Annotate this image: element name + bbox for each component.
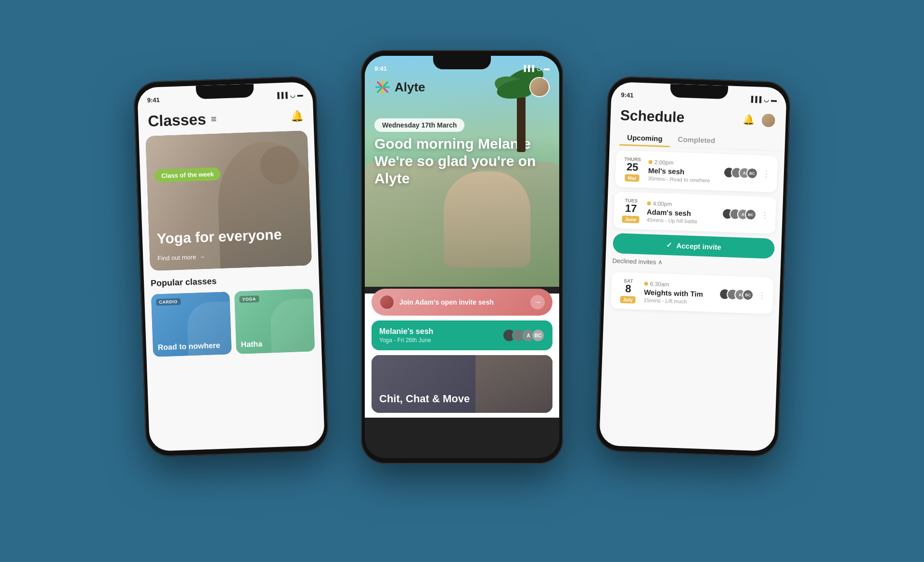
bell-icon-right[interactable]: 🔔 (743, 114, 755, 126)
phones-container: 9:41 ▐▐▐ ◡ ▬ Classes ≡ 🔔 (125, 40, 799, 522)
session-name: Melanie's sesh (379, 327, 433, 336)
wifi-icon-r: ◡ (764, 96, 769, 103)
wifi-icon: ◡ (290, 91, 295, 98)
event-info-2: 4:00pm Adam's sesh 45mins - Up hill batt… (646, 200, 717, 225)
alyte-bottom: Join Adam's open invite sesh → Melanie's… (365, 294, 559, 418)
battery-icon-c: ▬ (544, 65, 550, 72)
arrow-right-icon: → (199, 253, 205, 260)
event-avatars-1: A BC (723, 166, 758, 179)
svg-line-6 (384, 82, 388, 86)
chit-chat-title: Chit, Chat & Move (379, 393, 470, 405)
classes-screen: 9:41 ▐▐▐ ◡ ▬ Classes ≡ 🔔 (137, 82, 325, 451)
month-2: June (622, 216, 639, 223)
header-icons-right: 🔔 (743, 112, 776, 128)
checkmark-icon: ✓ (666, 241, 673, 249)
classes-title-group: Classes ≡ (148, 110, 217, 130)
tab-upcoming[interactable]: Upcoming (619, 129, 670, 147)
event-actions-1: A BC ⋮ (723, 166, 770, 179)
signal-icon-c: ▐▐▐ (522, 65, 534, 72)
event-dot-1 (648, 160, 652, 164)
card-label-yoga: YOGA (239, 295, 259, 303)
class-of-week-card[interactable]: Class of the week Yoga for everyone Find… (145, 130, 312, 271)
alyte-header: Alyte (365, 77, 559, 97)
time-right: 9:41 (621, 91, 634, 99)
schedule-title: Schedule (620, 107, 684, 126)
alyte-app-name: Alyte (395, 80, 425, 95)
notch-right (670, 84, 728, 99)
popular-title: Popular classes (151, 273, 313, 289)
ev2-av4: BC (744, 209, 757, 221)
alyte-star-icon (374, 79, 391, 95)
event-dot-2 (647, 201, 651, 205)
schedule-item-2[interactable]: Tues 17 June 4:00pm Adam's sesh 45mins -… (614, 192, 776, 234)
schedule-screen: 9:41 ▐▐▐ ◡ ▬ Schedule 🔔 Upcoming Complet… (599, 82, 787, 451)
event-dot-3 (644, 281, 648, 285)
more-btn-1[interactable]: ⋮ (761, 168, 770, 179)
more-btn-2[interactable]: ⋮ (760, 210, 769, 221)
schedule-item-1[interactable]: Thurs 25 Mar 2:00pm Mel's sesh 30mins - … (615, 150, 778, 192)
status-icons-center: ▐▐▐ ◡ ▬ (522, 65, 550, 72)
event-name-1: Mel's sesh (648, 166, 718, 177)
invite-text: Join Adam's open invite sesh (399, 298, 494, 306)
alyte-logo: Alyte (374, 79, 425, 95)
popular-grid: CARDIO Road to nowhere YOGA Hatha (151, 289, 315, 357)
event-avatars-2: A BC (721, 208, 757, 220)
user-avatar-center[interactable] (529, 77, 550, 97)
session-info: Melanie's sesh Yoga - Fri 26th June (379, 327, 433, 344)
wifi-icon-c: ◡ (537, 65, 541, 72)
popular-section: Popular classes CARDIO Road to nowhere Y… (143, 265, 321, 361)
card-title-yoga: Hatha (241, 340, 262, 349)
schedule-item-3[interactable]: Sat 8 July 6:30am Weights with Tim 15min… (611, 272, 773, 314)
session-card[interactable]: Melanie's sesh Yoga - Fri 26th June A BC (372, 320, 552, 350)
card-label-cardio: CARDIO (156, 298, 180, 306)
date-badge: Wednesday 17th March (374, 118, 464, 132)
session-sub: Yoga - Fri 26th June (379, 337, 433, 344)
signal-icon-r: ▐▐▐ (749, 96, 761, 103)
chit-chat-card[interactable]: Chit, Chat & Move (372, 355, 552, 413)
card-background (145, 130, 312, 271)
event-info-1: 2:00pm Mel's sesh 30mins - Road to nowhe… (648, 158, 718, 183)
invite-banner[interactable]: Join Adam's open invite sesh → (372, 289, 552, 316)
phone-center: 9:41 ▐▐▐ ◡ ▬ (361, 50, 563, 464)
phone-left: 9:41 ▐▐▐ ◡ ▬ Classes ≡ 🔔 (133, 76, 329, 458)
month-3: July (620, 296, 636, 304)
day-num-3: 8 (618, 283, 639, 294)
class-of-week-badge: Class of the week (154, 167, 221, 183)
event-avatars-3: A BC (719, 288, 754, 301)
event-sub-2: 45mins - Up hill battle (646, 217, 716, 225)
event-sub-1: 30mins - Road to nowhere (648, 175, 717, 183)
event-name-3: Weights with Tim (644, 288, 714, 298)
svg-line-5 (384, 89, 388, 92)
signal-icon: ▐▐▐ (275, 92, 288, 99)
popular-card-cardio[interactable]: CARDIO Road to nowhere (151, 292, 231, 357)
day-num-2: 17 (621, 203, 642, 214)
menu-icon[interactable]: ≡ (211, 114, 217, 125)
event-name-2: Adam's sesh (647, 207, 717, 218)
battery-icon: ▬ (297, 91, 303, 98)
status-icons-right: ▐▐▐ ◡ ▬ (749, 96, 777, 103)
notch-left (196, 84, 254, 99)
alyte-hero: Alyte Wednesday 17th March Good morning … (365, 56, 559, 287)
alyte-screen: 9:41 ▐▐▐ ◡ ▬ (365, 56, 559, 458)
session-avatars: A BC (502, 329, 545, 342)
event-info-3: 6:30am Weights with Tim 15mins - Lift mu… (643, 280, 714, 305)
bell-icon-left[interactable]: 🔔 (291, 110, 304, 123)
event-actions-2: A BC ⋮ (721, 208, 769, 221)
user-avatar-right[interactable] (760, 113, 776, 128)
popular-card-yoga[interactable]: YOGA Hatha (234, 289, 315, 354)
event-sub-3: 15mins - Lift much (643, 297, 713, 305)
time-center: 9:41 (374, 65, 387, 72)
accept-invite-btn[interactable]: ✓ Accept invite (613, 233, 775, 259)
more-btn-3[interactable]: ⋮ (757, 290, 767, 301)
schedule-list: Thurs 25 Mar 2:00pm Mel's sesh 30mins - … (604, 145, 785, 319)
time-left: 9:41 (147, 96, 160, 103)
invite-left: Join Adam's open invite sesh (379, 294, 494, 310)
battery-icon-r: ▬ (771, 96, 777, 103)
date-block-1: Thurs 25 Mar (622, 156, 643, 182)
date-block-3: Sat 8 July (617, 278, 639, 304)
day-num-1: 25 (622, 162, 643, 173)
invite-arrow-icon[interactable]: → (530, 295, 545, 309)
tab-completed[interactable]: Completed (670, 131, 723, 149)
svg-line-4 (378, 82, 382, 86)
phone-right: 9:41 ▐▐▐ ◡ ▬ Schedule 🔔 Upcoming Complet… (595, 76, 791, 458)
